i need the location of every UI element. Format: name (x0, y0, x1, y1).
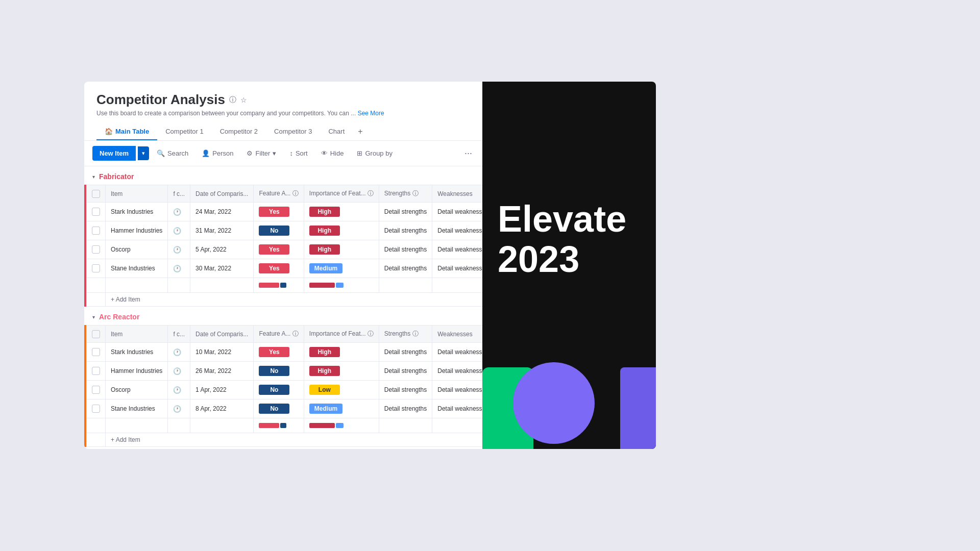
elevate-title: Elevate 2023 (498, 199, 626, 280)
summary-row (87, 278, 483, 293)
col-date: Date of Comparis... (190, 185, 254, 203)
table-row: Hammer Industries 🕐 26 Mar, 2022 No High… (87, 362, 483, 381)
board-description: Use this board to create a comparison be… (96, 110, 470, 117)
table-row: Stane Industries 🕐 30 Mar, 2022 Yes Medi… (87, 259, 483, 278)
tab-chart[interactable]: Chart (320, 123, 353, 140)
board-title: Competitor Analysis (96, 92, 225, 108)
new-item-button[interactable]: New Item (92, 146, 136, 161)
table-row: Oscorp 🕐 1 Apr, 2022 No Low Detail stren… (87, 381, 483, 399)
col-checkbox (87, 185, 106, 203)
tab-competitor1[interactable]: Competitor 1 (157, 123, 211, 140)
col-fc: f c... (168, 185, 190, 203)
col-date: Date of Comparis... (190, 325, 254, 343)
hide-icon: 👁 (321, 149, 328, 157)
group-arc-reactor-title: Arc Reactor (99, 313, 139, 321)
search-button[interactable]: 🔍 Search (151, 146, 194, 161)
table-row: Stane Industries 🕐 8 Apr, 2022 No Medium… (87, 399, 483, 418)
group-fabricator-chevron[interactable]: ▾ (92, 174, 95, 180)
add-item-arc-reactor-tbody[interactable]: + Add Item (87, 433, 483, 447)
star-icon[interactable]: ☆ (240, 96, 247, 104)
col-importance: Importance of Feat... ⓘ (304, 325, 379, 343)
group-fabricator-title: Fabricator (99, 172, 134, 181)
col-item: Item (106, 325, 168, 343)
col-checkbox (87, 325, 106, 343)
tabs: 🏠 Main Table Competitor 1 Competitor 2 C… (96, 123, 470, 140)
group-fabricator-header: ▾ Fabricator (84, 166, 482, 185)
col-item: Item (106, 185, 168, 203)
col-strengths: Strengths ⓘ (379, 325, 432, 343)
group-satellite-header: ▾ Satellite (84, 447, 482, 449)
sort-icon: ↕ (289, 149, 293, 157)
filter-arrow-icon: ▾ (273, 149, 276, 157)
col-feature: Feature A... ⓘ (254, 185, 304, 203)
filter-icon: ⚙ (247, 149, 253, 157)
board-content: ▾ Fabricator Item f c... Date of Compari… (84, 166, 482, 449)
filter-button[interactable]: ⚙ Filter ▾ (241, 146, 282, 161)
group-arc-reactor: ▾ Arc Reactor Item f c... Date of Compar… (84, 307, 482, 447)
tab-competitor2[interactable]: Competitor 2 (212, 123, 266, 140)
info-icon[interactable]: ⓘ (229, 95, 236, 105)
table-row: Hammer Industries 🕐 31 Mar, 2022 No High… (87, 221, 483, 240)
group-arc-reactor-chevron[interactable]: ▾ (92, 314, 95, 320)
purple-circle (513, 362, 595, 444)
col-fc: f c... (168, 325, 190, 343)
col-importance: Importance of Feat... ⓘ (304, 185, 379, 203)
add-item-fabricator-tbody[interactable]: + Add Item (87, 293, 483, 307)
group-satellite: ▾ Satellite Item f c... Date of Comparis… (84, 447, 482, 449)
table-row: Stark Industries 🕐 10 Mar, 2022 Yes High… (87, 343, 483, 362)
group-icon: ⊞ (357, 149, 362, 157)
search-icon: 🔍 (157, 149, 165, 157)
hide-button[interactable]: 👁 Hide (315, 146, 350, 161)
main-panel: Competitor Analysis ⓘ ☆ Use this board t… (84, 82, 482, 449)
home-icon: 🏠 (105, 128, 113, 135)
board-header: Competitor Analysis ⓘ ☆ Use this board t… (84, 82, 482, 141)
purple-rect (620, 367, 656, 449)
tab-main-table[interactable]: 🏠 Main Table (96, 123, 157, 140)
toolbar: New Item ▾ 🔍 Search 👤 Person ⚙ Filter ▾ … (84, 141, 482, 166)
person-button[interactable]: 👤 Person (196, 146, 239, 161)
sort-button[interactable]: ↕ Sort (284, 146, 313, 161)
group-arc-reactor-table: Item f c... Date of Comparis... Feature … (84, 325, 482, 447)
more-options-button[interactable]: ··· (462, 148, 474, 159)
col-weaknesses: Weaknesses (432, 185, 482, 203)
board-title-row: Competitor Analysis ⓘ ☆ (96, 92, 470, 108)
summary-row (87, 418, 483, 433)
group-fabricator: ▾ Fabricator Item f c... Date of Compari… (84, 166, 482, 307)
col-weaknesses: Weaknesses (432, 325, 482, 343)
table-row: Stark Industries 🕐 24 Mar, 2022 Yes High… (87, 203, 483, 221)
table-row: Oscorp 🕐 5 Apr, 2022 Yes High Detail str… (87, 240, 483, 259)
person-icon: 👤 (202, 149, 210, 157)
new-item-dropdown[interactable]: ▾ (138, 146, 149, 160)
see-more-link[interactable]: See More (358, 110, 384, 117)
tab-competitor3[interactable]: Competitor 3 (266, 123, 320, 140)
group-fabricator-table: Item f c... Date of Comparis... Feature … (84, 185, 482, 307)
col-strengths: Strengths ⓘ (379, 185, 432, 203)
right-panel: Elevate 2023 (482, 82, 656, 449)
group-by-button[interactable]: ⊞ Group by (351, 146, 398, 161)
group-arc-reactor-header: ▾ Arc Reactor (84, 307, 482, 325)
col-feature: Feature A... ⓘ (254, 325, 304, 343)
add-tab-button[interactable]: + (353, 123, 368, 140)
